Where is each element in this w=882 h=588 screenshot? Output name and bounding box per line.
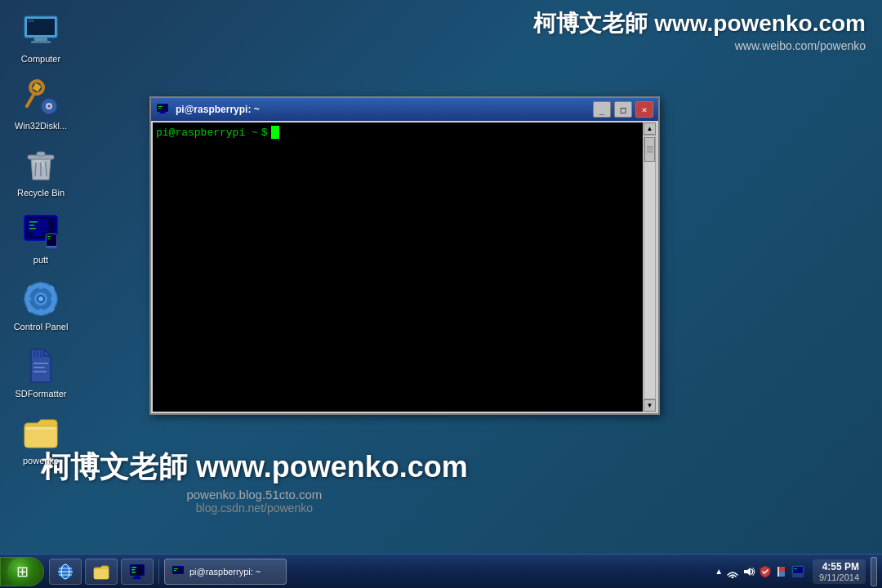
svg-rect-69: [174, 570, 176, 571]
svg-rect-61: [131, 567, 136, 568]
svg-rect-43: [37, 351, 39, 358]
tray-sound-icon[interactable]: [742, 565, 755, 578]
scrollbar-track[interactable]: [644, 135, 656, 399]
powenko-folder-icon-label: powenko: [23, 456, 59, 466]
svg-rect-46: [33, 367, 45, 368]
svg-rect-24: [29, 228, 36, 229]
desktop-icon-powenko[interactable]: powenko: [8, 410, 74, 469]
svg-rect-47: [33, 371, 47, 372]
terminal-titlebar-icon: [156, 103, 169, 116]
watermark-bottom: 柯博文老師 www.powenko.com powenko.blog.51cto…: [41, 448, 468, 514]
desktop-icon-sdformatter[interactable]: SDFormatter: [8, 343, 74, 402]
terminal-scrollbar[interactable]: ▲ ▼: [643, 122, 657, 412]
computer-icon: [21, 11, 60, 51]
svg-rect-21: [32, 234, 43, 236]
terminal-prompt-tilde: ~: [245, 127, 258, 139]
desktop-icon-controlpanel[interactable]: Control Panel: [8, 276, 74, 335]
scrollbar-grip: [647, 147, 653, 153]
svg-rect-42: [33, 351, 36, 358]
desktop-icon-computer[interactable]: Computer: [8, 8, 74, 67]
system-clock[interactable]: 4:55 PM 9/11/2014: [813, 559, 866, 584]
scrollbar-thumb[interactable]: [644, 137, 655, 162]
svg-rect-6: [24, 91, 36, 109]
svg-rect-45: [33, 363, 48, 364]
svg-rect-62: [131, 569, 135, 571]
controlpanel-icon: [21, 279, 60, 318]
svg-rect-51: [158, 108, 161, 109]
desktop: 柯博文老師 www.powenko.com www.weibo.com/powe…: [0, 0, 882, 588]
svg-rect-32: [39, 283, 42, 289]
putty-icon-label: putt: [33, 255, 48, 265]
sdformatter-icon: [21, 346, 60, 385]
powenko-folder-icon: [21, 413, 60, 452]
watermark-bottom-sub: powenko.blog.51cto.com: [41, 488, 468, 501]
svg-rect-23: [29, 225, 34, 226]
desktop-icon-win32disk[interactable]: Win32Diskl...: [8, 75, 74, 134]
svg-point-10: [48, 105, 51, 108]
svg-rect-2: [34, 38, 47, 41]
start-orb: ⊞: [7, 557, 37, 586]
scrollbar-up-arrow[interactable]: ▲: [644, 122, 656, 135]
desktop-icon-putty[interactable]: putt: [8, 209, 74, 268]
terminal-close-button[interactable]: ✕: [635, 101, 653, 118]
terminal-content[interactable]: pi@raspberrypi ~ $: [153, 122, 643, 412]
svg-rect-4: [28, 20, 34, 22]
putty-icon: [21, 212, 60, 252]
watermark-top-sub: www.weibo.com/powenko: [533, 39, 866, 52]
tray-taskbar-icon[interactable]: [791, 565, 804, 578]
svg-rect-52: [160, 112, 165, 113]
terminal-prompt-dollar: $: [261, 127, 268, 139]
taskbar-active-window-text: pi@raspberrypi: ~: [189, 567, 261, 577]
taskbar-ie-button[interactable]: [49, 559, 82, 585]
svg-rect-22: [29, 221, 38, 223]
controlpanel-icon-label: Control Panel: [14, 322, 69, 332]
svg-rect-34: [24, 297, 31, 301]
start-button[interactable]: ⊞: [0, 557, 44, 586]
svg-rect-77: [794, 568, 797, 569]
svg-rect-64: [135, 576, 140, 577]
terminal-window: pi@raspberrypi: ~ _ □ ✕ pi@raspberrypi ~…: [149, 96, 660, 415]
tray-security-icon[interactable]: [759, 565, 772, 578]
terminal-minimize-button[interactable]: _: [593, 101, 611, 118]
clock-time: 4:55 PM: [819, 561, 859, 572]
svg-rect-53: [159, 113, 166, 114]
svg-line-13: [35, 162, 36, 176]
terminal-maximize-button[interactable]: □: [614, 101, 632, 118]
tray-network-icon[interactable]: [726, 565, 739, 578]
terminal-prompt-line: pi@raspberrypi ~ $: [156, 126, 639, 139]
win32disk-icon: [21, 78, 60, 118]
svg-rect-76: [793, 567, 803, 573]
svg-rect-3: [31, 41, 51, 43]
terminal-title-text: pi@raspberrypi: ~: [176, 104, 590, 115]
tray-flag-icon[interactable]: [775, 565, 788, 578]
desktop-icon-area: Computer Win32Diskl...: [0, 0, 82, 485]
explorer-icon: [92, 563, 110, 581]
terminal-prompt-user: pi@raspberrypi: [156, 127, 245, 139]
taskbar-explorer-button[interactable]: [85, 559, 118, 585]
desktop-icon-recyclebin[interactable]: Recycle Bin: [8, 142, 74, 201]
watermark-bottom-main: 柯博文老師 www.powenko.com: [41, 448, 468, 488]
sdformatter-icon-label: SDFormatter: [16, 389, 67, 399]
svg-rect-44: [40, 351, 42, 358]
svg-rect-35: [51, 297, 57, 301]
ie-icon: [56, 563, 74, 581]
svg-rect-63: [131, 572, 136, 573]
show-desktop-button[interactable]: [871, 557, 877, 586]
windows-logo-icon: ⊞: [16, 563, 29, 581]
tray-expand-button[interactable]: ▲: [715, 567, 723, 576]
taskbar-putty-quick-button[interactable]: [121, 559, 154, 585]
svg-line-15: [46, 162, 47, 176]
taskbar-separator: [158, 559, 159, 584]
taskbar-right: ▲: [710, 557, 882, 586]
svg-rect-72: [778, 572, 785, 577]
taskbar-active-window[interactable]: pi@raspberrypi: ~: [164, 559, 287, 585]
svg-rect-75: [792, 574, 804, 577]
win32disk-icon-label: Win32Diskl...: [15, 121, 67, 131]
svg-rect-7: [33, 83, 42, 92]
scrollbar-down-arrow[interactable]: ▼: [644, 399, 656, 412]
recyclebin-icon: [21, 145, 60, 185]
terminal-titlebar: pi@raspberrypi: ~ _ □ ✕: [151, 98, 658, 121]
watermark-top: 柯博文老師 www.powenko.com www.weibo.com/powe…: [533, 8, 866, 52]
taskbar-terminal-icon: [172, 565, 185, 578]
svg-rect-20: [34, 232, 41, 234]
